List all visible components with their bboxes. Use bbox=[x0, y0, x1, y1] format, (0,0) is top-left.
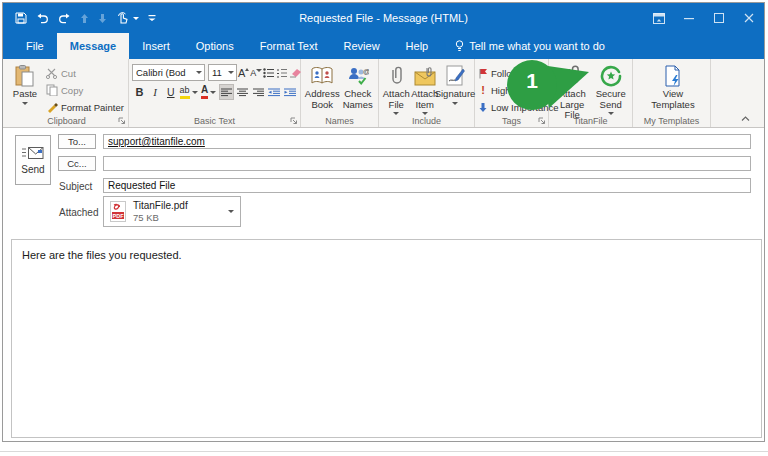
format-painter-button[interactable]: Format Painter bbox=[46, 99, 124, 115]
address-book-icon bbox=[311, 64, 333, 88]
undo-icon[interactable] bbox=[36, 13, 49, 24]
attach-item-caret-icon bbox=[422, 112, 428, 115]
close-button[interactable] bbox=[734, 3, 764, 33]
window-controls bbox=[644, 3, 764, 33]
font-name-caret-icon bbox=[196, 71, 202, 74]
tab-review[interactable]: Review bbox=[331, 33, 393, 59]
group-basic-text: Calibri (Bod 11 A A bbox=[129, 59, 301, 127]
cut-button[interactable]: Cut bbox=[46, 65, 124, 81]
font-size-caret-icon bbox=[228, 71, 234, 74]
svg-text:@: @ bbox=[363, 68, 369, 75]
check-names-label: Check Names bbox=[340, 89, 375, 110]
cc-button[interactable]: Cc... bbox=[58, 156, 96, 171]
bullets-button[interactable] bbox=[263, 65, 275, 81]
touch-mode-icon[interactable] bbox=[116, 12, 139, 24]
tab-message[interactable]: Message bbox=[57, 33, 129, 59]
redo-icon[interactable] bbox=[58, 13, 71, 24]
signature-caret-icon bbox=[452, 102, 458, 105]
subject-field[interactable]: Requested File bbox=[103, 178, 751, 193]
paperclip-icon bbox=[389, 64, 403, 88]
copy-label: Copy bbox=[61, 85, 83, 96]
decrease-indent-button[interactable] bbox=[267, 84, 282, 100]
save-icon[interactable] bbox=[15, 12, 27, 24]
cc-button-label: Cc... bbox=[67, 158, 87, 169]
tab-options[interactable]: Options bbox=[183, 33, 247, 59]
message-body[interactable]: Here are the files you requested. bbox=[11, 239, 762, 438]
ribbon-display-options-icon[interactable] bbox=[644, 3, 674, 33]
secure-send-caret-icon bbox=[608, 112, 614, 115]
font-size-select[interactable]: 11 bbox=[208, 64, 237, 81]
grow-font-button[interactable]: A bbox=[238, 65, 249, 81]
titlebar: Requested File - Message (HTML) bbox=[3, 3, 764, 33]
format-painter-icon bbox=[46, 101, 58, 113]
to-field[interactable]: support@titanfile.com bbox=[103, 134, 751, 149]
attachment-name: TitanFile.pdf bbox=[133, 200, 188, 213]
font-name-select[interactable]: Calibri (Bod bbox=[132, 64, 205, 81]
paste-button[interactable]: Paste bbox=[8, 61, 42, 111]
align-center-button[interactable] bbox=[235, 84, 250, 100]
group-include: Attach File Attach Item Signature Includ… bbox=[379, 59, 475, 127]
compose-header: Send To... support@titanfile.com Cc... S… bbox=[3, 128, 764, 239]
collapse-ribbon-icon[interactable] bbox=[741, 116, 750, 122]
basic-text-dialog-launcher-icon[interactable] bbox=[290, 117, 298, 125]
address-book-button[interactable]: Address Book bbox=[304, 61, 340, 111]
attachment-chip[interactable]: PDF TitanFile.pdf 75 KB bbox=[103, 196, 241, 227]
attach-file-label: Attach File bbox=[382, 89, 411, 110]
lightbulb-icon bbox=[455, 40, 464, 53]
group-names: Address Book @ Check Names Names bbox=[301, 59, 379, 127]
send-button[interactable]: Send bbox=[15, 135, 51, 185]
copy-icon bbox=[46, 84, 58, 96]
names-group-label: Names bbox=[301, 116, 378, 126]
shrink-font-button[interactable]: A bbox=[250, 65, 262, 81]
tab-insert[interactable]: Insert bbox=[129, 33, 183, 59]
step-callout: 1 bbox=[505, 56, 591, 112]
attach-file-button[interactable]: Attach File bbox=[382, 61, 411, 115]
tags-dialog-launcher-icon[interactable] bbox=[538, 117, 546, 125]
align-left-button[interactable] bbox=[219, 84, 234, 100]
scissors-icon bbox=[46, 68, 58, 79]
signature-icon bbox=[445, 64, 465, 88]
quick-access-toolbar bbox=[3, 12, 156, 24]
clipboard-dialog-launcher-icon[interactable] bbox=[118, 117, 126, 125]
check-names-icon: @ bbox=[347, 64, 369, 88]
tab-help[interactable]: Help bbox=[393, 33, 442, 59]
view-templates-label: View Templates bbox=[644, 89, 702, 110]
page-bottom-divider bbox=[0, 451, 768, 452]
format-painter-label: Format Painter bbox=[61, 102, 124, 113]
move-up-icon bbox=[80, 13, 89, 24]
to-button-label: To... bbox=[68, 136, 86, 147]
copy-button[interactable]: Copy bbox=[46, 82, 124, 98]
paste-clipboard-icon bbox=[15, 64, 35, 88]
italic-button[interactable]: I bbox=[148, 84, 163, 100]
check-names-button[interactable]: @ Check Names bbox=[340, 61, 375, 111]
align-right-button[interactable] bbox=[251, 84, 266, 100]
increase-indent-button[interactable] bbox=[282, 84, 297, 100]
send-envelope-icon bbox=[22, 146, 44, 160]
low-importance-arrow-icon bbox=[478, 102, 488, 113]
tab-format-text[interactable]: Format Text bbox=[247, 33, 331, 59]
maximize-button[interactable] bbox=[704, 3, 734, 33]
underline-button[interactable]: U bbox=[163, 84, 178, 100]
cc-field[interactable] bbox=[103, 156, 751, 171]
text-highlight-button[interactable]: ab bbox=[179, 84, 198, 100]
minimize-button[interactable] bbox=[674, 3, 704, 33]
to-value[interactable]: support@titanfile.com bbox=[108, 136, 205, 147]
to-button[interactable]: To... bbox=[58, 134, 96, 149]
ribbon-tabs: File Message Insert Options Format Text … bbox=[3, 33, 764, 59]
signature-button[interactable]: Signature bbox=[439, 61, 471, 111]
numbering-button[interactable] bbox=[276, 65, 288, 81]
customize-qat-icon[interactable] bbox=[148, 14, 156, 23]
high-importance-icon: ! bbox=[478, 84, 488, 96]
address-book-label: Address Book bbox=[304, 89, 340, 110]
basic-text-group-label: Basic Text bbox=[129, 116, 300, 126]
group-clipboard: Paste Cut Copy Format Painter Clipboard bbox=[5, 59, 129, 127]
move-down-icon bbox=[98, 13, 107, 24]
secure-send-button[interactable]: Secure Send bbox=[592, 61, 629, 115]
font-color-button[interactable]: A bbox=[199, 84, 218, 100]
attachment-caret-icon[interactable] bbox=[228, 210, 234, 213]
titanfile-secure-send-icon bbox=[600, 64, 622, 88]
tab-file[interactable]: File bbox=[13, 33, 57, 59]
bold-button[interactable]: B bbox=[132, 84, 147, 100]
touch-mode-caret-icon bbox=[133, 17, 139, 20]
view-templates-button[interactable]: View Templates bbox=[644, 61, 702, 111]
